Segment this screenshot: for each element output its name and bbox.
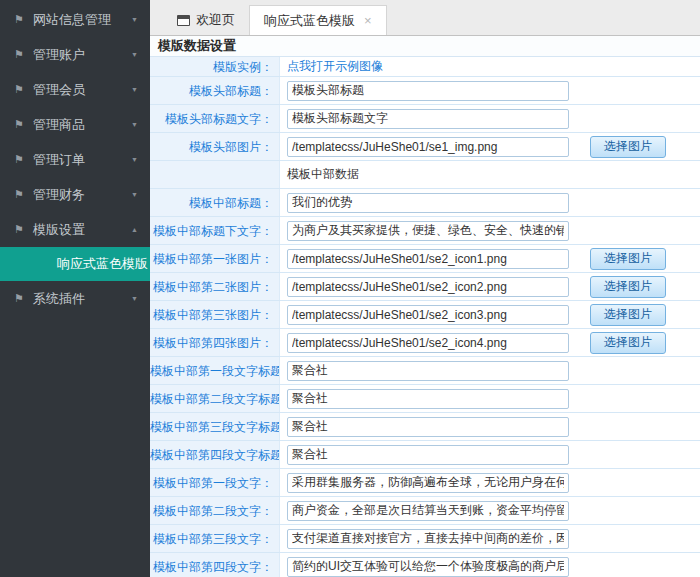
field-value-cell <box>280 77 700 104</box>
form-row: 模板中部第一段文字： <box>150 469 700 497</box>
field-input[interactable] <box>287 473 569 493</box>
field-label: 模板中部第四段文字标题： <box>150 441 280 468</box>
select-image-button[interactable]: 选择图片 <box>590 304 666 326</box>
field-value-cell <box>280 217 700 244</box>
field-input[interactable] <box>287 389 569 409</box>
field-value-cell: 选择图片 <box>280 245 700 272</box>
field-input[interactable] <box>287 221 569 241</box>
example-image-link[interactable]: 点我打开示例图像 <box>287 58 383 75</box>
sidebar-item[interactable]: ⚑网站信息管理▼ <box>0 2 150 37</box>
field-label: 模板中部第四段文字： <box>150 553 280 577</box>
select-image-button[interactable]: 选择图片 <box>590 248 666 270</box>
close-icon[interactable]: × <box>364 14 372 27</box>
field-label: 模板中部第四张图片： <box>150 329 280 356</box>
sidebar-item-label: 管理账户 <box>29 46 131 64</box>
template-form: 模版实例：点我打开示例图像模板头部标题：模板头部标题文字：模板头部图片：选择图片… <box>150 57 700 577</box>
sidebar-item-label: 模版设置 <box>29 221 131 239</box>
field-input[interactable] <box>287 445 569 465</box>
chevron-down-icon: ▼ <box>131 295 138 302</box>
sidebar-item[interactable]: ⚑管理账户▼ <box>0 37 150 72</box>
sidebar-item[interactable]: ⚑管理财务▼ <box>0 177 150 212</box>
field-input[interactable] <box>287 81 569 101</box>
field-value-cell <box>280 357 700 384</box>
sidebar-item[interactable]: ⚑系统插件▼ <box>0 281 150 316</box>
chevron-up-icon: ▲ <box>131 226 138 233</box>
form-row: 模板头部标题： <box>150 77 700 105</box>
sidebar-item[interactable]: ⚑管理订单▼ <box>0 142 150 177</box>
field-value-cell: 选择图片 <box>280 329 700 356</box>
select-image-button[interactable]: 选择图片 <box>590 136 666 158</box>
tab-welcome[interactable]: 欢迎页 <box>163 5 249 35</box>
field-value-cell <box>280 189 700 216</box>
form-row: 模板中部标题： <box>150 189 700 217</box>
tab-template-label: 响应式蓝色模版 <box>264 12 355 30</box>
field-input[interactable] <box>287 193 569 213</box>
field-input[interactable] <box>287 417 569 437</box>
field-label: 模板中部标题： <box>150 189 280 216</box>
field-value-cell: 选择图片 <box>280 273 700 300</box>
field-value-cell: 点我打开示例图像 <box>280 57 700 76</box>
sidebar-item-label: 管理财务 <box>29 186 131 204</box>
field-value-cell <box>280 469 700 496</box>
field-label: 模板头部标题文字： <box>150 105 280 132</box>
form-row: 模板头部图片：选择图片 <box>150 133 700 161</box>
sidebar-item-label: 管理会员 <box>29 81 131 99</box>
field-value-cell <box>280 105 700 132</box>
field-label: 模板中部第一张图片： <box>150 245 280 272</box>
select-image-button[interactable]: 选择图片 <box>590 276 666 298</box>
sidebar-item-label: 管理商品 <box>29 116 131 134</box>
field-label: 模版实例： <box>150 57 280 76</box>
flag-icon: ⚑ <box>14 292 29 305</box>
sidebar-item[interactable]: ⚑模版设置▲ <box>0 212 150 247</box>
field-input[interactable] <box>287 109 569 129</box>
field-input[interactable] <box>287 277 569 297</box>
field-label: 模板中部第三段文字： <box>150 525 280 552</box>
field-label: 模板中部第二段文字： <box>150 497 280 524</box>
sidebar-item-label: 网站信息管理 <box>29 11 131 29</box>
field-input[interactable] <box>287 305 569 325</box>
form-row: 模板中部第四张图片：选择图片 <box>150 329 700 357</box>
field-input[interactable] <box>287 529 569 549</box>
field-label: 模板中部第二段文字标题： <box>150 385 280 412</box>
field-value-cell <box>280 525 700 552</box>
flag-icon: ⚑ <box>14 223 29 236</box>
field-input[interactable] <box>287 557 569 577</box>
field-value-cell <box>280 553 700 577</box>
form-row: 模板中部第二段文字： <box>150 497 700 525</box>
chevron-down-icon: ▼ <box>131 156 138 163</box>
sidebar-item[interactable]: ⚑管理会员▼ <box>0 72 150 107</box>
section-heading: 模板中部数据 <box>287 166 359 183</box>
field-label: 模板中部第一段文字： <box>150 469 280 496</box>
app-window: ⚑网站信息管理▼⚑管理账户▼⚑管理会员▼⚑管理商品▼⚑管理订单▼⚑管理财务▼⚑模… <box>0 0 700 577</box>
content-panel: 模版数据设置 模版实例：点我打开示例图像模板头部标题：模板头部标题文字：模板头部… <box>150 36 700 577</box>
sidebar-item-label: 系统插件 <box>29 290 131 308</box>
form-row: 模板中部标题下文字： <box>150 217 700 245</box>
flag-icon: ⚑ <box>14 13 29 26</box>
field-label <box>150 161 280 188</box>
form-row: 模板中部第三张图片：选择图片 <box>150 301 700 329</box>
tab-responsive-blue-template[interactable]: 响应式蓝色模版 × <box>249 5 387 35</box>
field-label: 模板中部第三张图片： <box>150 301 280 328</box>
field-input[interactable] <box>287 249 569 269</box>
chevron-down-icon: ▼ <box>131 51 138 58</box>
flag-icon: ⚑ <box>14 83 29 96</box>
main-area: 欢迎页 响应式蓝色模版 × 模版数据设置 模版实例：点我打开示例图像模板头部标题… <box>150 0 700 577</box>
sidebar-subitem-active[interactable]: 响应式蓝色模版 <box>0 247 150 281</box>
flag-icon: ⚑ <box>14 118 29 131</box>
form-row: 模板头部标题文字： <box>150 105 700 133</box>
field-value-cell: 选择图片 <box>280 301 700 328</box>
form-row: 模板中部数据 <box>150 161 700 189</box>
flag-icon: ⚑ <box>14 188 29 201</box>
form-row: 模板中部第一张图片：选择图片 <box>150 245 700 273</box>
field-label: 模板中部第三段文字标题： <box>150 413 280 440</box>
sidebar-item[interactable]: ⚑管理商品▼ <box>0 107 150 142</box>
field-label: 模板头部标题： <box>150 77 280 104</box>
field-input[interactable] <box>287 137 569 157</box>
chevron-down-icon: ▼ <box>131 16 138 23</box>
field-input[interactable] <box>287 501 569 521</box>
form-row: 模板中部第三段文字： <box>150 525 700 553</box>
field-input[interactable] <box>287 361 569 381</box>
field-input[interactable] <box>287 333 569 353</box>
select-image-button[interactable]: 选择图片 <box>590 332 666 354</box>
form-row: 模板中部第三段文字标题： <box>150 413 700 441</box>
